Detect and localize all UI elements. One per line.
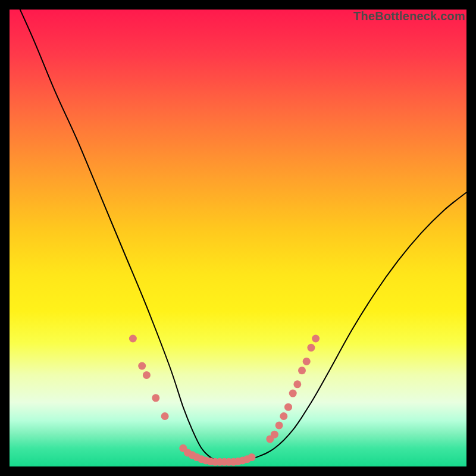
gradient-background (10, 10, 466, 466)
watermark-text: TheBottleneck.com (353, 10, 465, 23)
chart-frame: TheBottleneck.com (10, 10, 466, 466)
